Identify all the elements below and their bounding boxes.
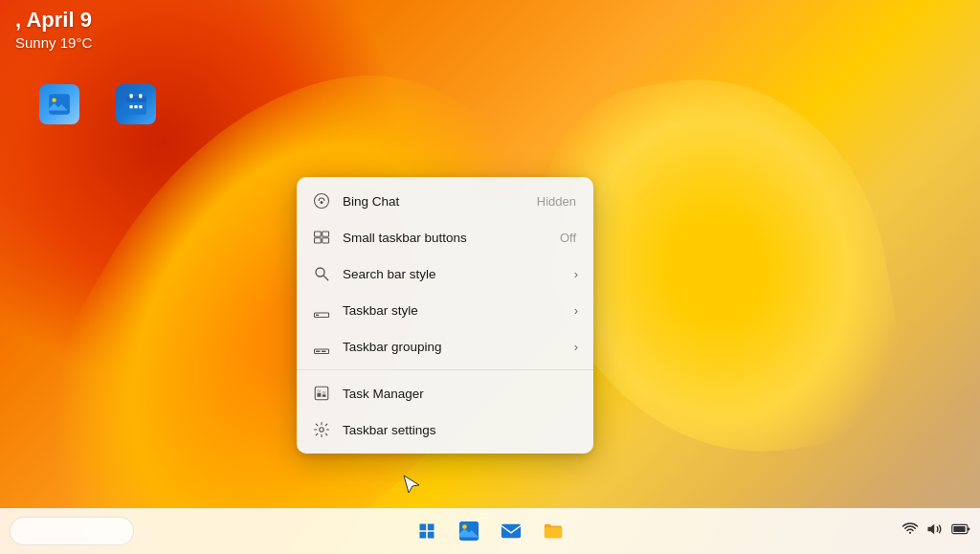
svg-rect-14 [323, 238, 329, 243]
menu-item-taskbar-grouping[interactable]: Taskbar grouping › [297, 328, 593, 365]
taskbar-settings-icon [312, 420, 331, 439]
taskbar-settings-label: Taskbar settings [343, 423, 578, 437]
svg-rect-30 [501, 524, 521, 539]
desktop: , April 9 Sunny 19°C [0, 0, 980, 554]
taskbar-windows-button[interactable] [408, 512, 446, 550]
bing-chat-value: Hidden [537, 194, 576, 209]
taskbar-grouping-label: Taskbar grouping [343, 340, 574, 354]
svg-rect-5 [139, 94, 142, 98]
task-manager-label: Task Manager [343, 387, 578, 401]
calendar-icon [116, 84, 156, 124]
svg-line-16 [323, 276, 328, 280]
svg-point-10 [321, 201, 323, 204]
battery-icon[interactable] [951, 521, 970, 542]
taskbar-left [10, 517, 134, 545]
search-bar-style-icon [312, 264, 331, 283]
menu-item-taskbar-style[interactable]: Taskbar style › [297, 292, 593, 328]
svg-point-31 [909, 532, 911, 534]
svg-point-1 [52, 99, 56, 102]
svg-rect-0 [49, 94, 70, 115]
svg-rect-6 [130, 105, 133, 108]
svg-rect-11 [315, 232, 322, 236]
menu-item-bing-chat[interactable]: Bing Chat Hidden [297, 183, 593, 219]
menu-item-small-taskbar-buttons[interactable]: Small taskbar buttons Off [297, 219, 593, 255]
search-bar-style-label: Search bar style [343, 267, 574, 281]
taskbar-system-tray [902, 521, 970, 542]
svg-point-29 [462, 524, 467, 529]
weather-widget: , April 9 Sunny 19°C [15, 8, 92, 51]
taskbar-folder-button[interactable] [534, 512, 572, 550]
wifi-icon[interactable] [902, 521, 919, 542]
volume-icon[interactable] [926, 521, 944, 542]
taskbar-style-icon [312, 300, 331, 320]
svg-rect-13 [315, 238, 322, 243]
search-bar-style-arrow: › [574, 267, 578, 281]
svg-rect-8 [139, 105, 142, 108]
bing-chat-label: Bing Chat [343, 194, 537, 209]
taskbar-style-label: Taskbar style [343, 303, 574, 318]
svg-rect-33 [968, 527, 969, 530]
svg-rect-20 [316, 351, 321, 353]
svg-point-15 [316, 268, 324, 277]
svg-rect-24 [318, 393, 322, 397]
date-display: , April 9 [15, 8, 92, 33]
svg-rect-3 [125, 96, 146, 102]
taskbar-photos-button[interactable] [450, 512, 488, 550]
desktop-icon-calendar[interactable] [105, 84, 167, 124]
small-taskbar-buttons-label: Small taskbar buttons [343, 231, 560, 245]
weather-display: Sunny 19°C [15, 34, 92, 51]
svg-point-27 [320, 428, 324, 432]
taskbar-center [408, 512, 572, 550]
taskbar-mail-button[interactable] [492, 512, 530, 550]
menu-item-task-manager[interactable]: Task Manager [297, 375, 593, 411]
menu-item-search-bar-style[interactable]: Search bar style › [297, 255, 593, 292]
svg-rect-22 [315, 387, 328, 400]
svg-rect-21 [322, 351, 326, 353]
menu-divider [297, 369, 593, 370]
svg-rect-12 [323, 232, 329, 236]
taskbar-style-arrow: › [574, 303, 578, 318]
svg-rect-7 [134, 105, 137, 108]
svg-rect-26 [323, 395, 326, 397]
context-menu: Bing Chat Hidden Small taskbar buttons O… [297, 177, 593, 454]
taskbar [0, 508, 980, 554]
svg-rect-4 [130, 94, 133, 98]
bing-chat-icon [312, 191, 331, 211]
svg-rect-18 [316, 315, 319, 317]
desktop-icon-photos[interactable] [29, 84, 90, 124]
taskbar-grouping-icon [312, 337, 331, 356]
task-manager-icon [312, 384, 331, 403]
menu-item-taskbar-settings[interactable]: Taskbar settings [297, 411, 593, 448]
taskbar-grouping-arrow: › [574, 340, 578, 354]
small-taskbar-buttons-icon [312, 228, 331, 247]
photos-icon [39, 84, 79, 124]
small-taskbar-buttons-value: Off [560, 231, 576, 245]
taskbar-search-bar[interactable] [10, 517, 134, 545]
svg-rect-34 [953, 526, 965, 532]
